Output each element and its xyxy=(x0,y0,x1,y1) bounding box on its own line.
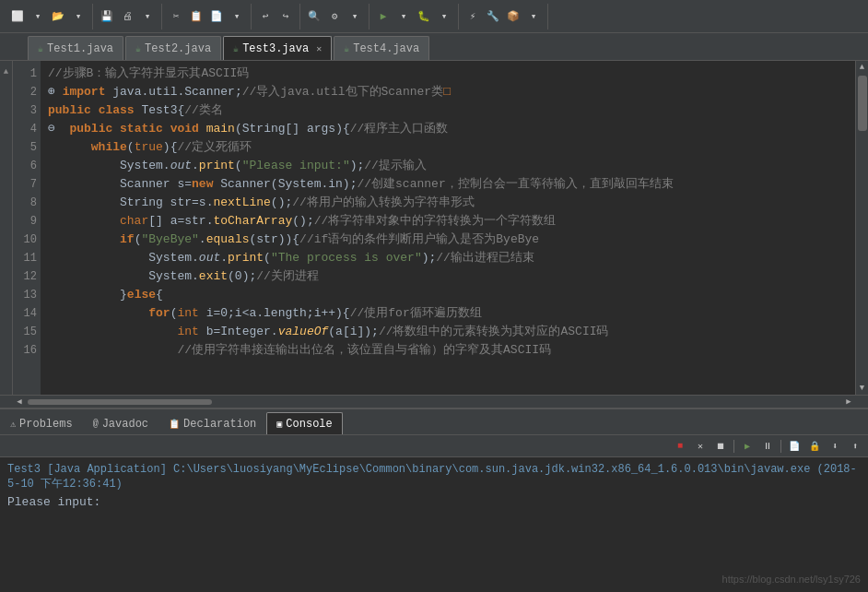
console-title: Test3 [Java Application] C:\Users\luosiy… xyxy=(7,463,857,491)
code-line-11: System.out.print("The process is over");… xyxy=(48,249,848,267)
tab-icon-test2: ☕ xyxy=(135,43,141,54)
tab-icon-test1: ☕ xyxy=(38,43,43,54)
toolbar-btn-save[interactable]: 💾 xyxy=(97,6,117,27)
toolbar-btn-undo[interactable]: ↩ xyxy=(255,6,276,27)
toolbar-btn-new[interactable]: ⬜ xyxy=(7,6,28,27)
bt-separator-2 xyxy=(780,440,781,453)
console-stop-btn[interactable]: ■ xyxy=(671,438,689,455)
console-close-btn[interactable]: ✕ xyxy=(691,438,710,455)
code-line-6: System.out.print("Please input:");//提示输入 xyxy=(48,157,848,175)
line-num-10: 10 xyxy=(13,231,37,249)
tab-label-test2: Test2.java xyxy=(145,42,211,55)
scroll-thumb[interactable] xyxy=(858,76,867,131)
toolbar-btn-arrow4[interactable]: ▾ xyxy=(227,6,247,27)
line-num-7: 7 xyxy=(13,175,37,194)
bottom-tab-label-console: Console xyxy=(286,418,332,431)
console-icon: ▣ xyxy=(276,419,282,430)
console-output-text: Please input: xyxy=(7,495,861,509)
code-line-10: if("ByeBye".equals(str)){//if语句的条件判断用户输入… xyxy=(48,231,848,249)
tab-label-test4: Test4.java xyxy=(353,42,419,55)
toolbar-btn-print[interactable]: 🖨 xyxy=(117,6,137,27)
line-num-16: 16 xyxy=(13,341,37,360)
bottom-tab-console[interactable]: ▣ Console xyxy=(266,412,342,434)
toolbar-btn-copy[interactable]: 📋 xyxy=(186,6,206,27)
line-num-12: 12 xyxy=(13,267,37,286)
bottom-panel: ⚠ Problems @ Javadoc 📋 Declaration ▣ Con… xyxy=(0,408,868,592)
bottom-tab-declaration[interactable]: 📋 Declaration xyxy=(158,412,266,434)
console-run-btn[interactable]: ▶ xyxy=(738,438,757,455)
console-title-bar: Test3 [Java Application] C:\Users\luosiy… xyxy=(7,463,861,491)
toolbar-btn-arrow6[interactable]: ▾ xyxy=(393,6,414,27)
javadoc-icon: @ xyxy=(93,419,99,429)
tab-test1[interactable]: ☕ Test1.java xyxy=(28,36,123,60)
toolbar-btn-misc3[interactable]: 📦 xyxy=(503,6,523,27)
console-scroll-up-btn[interactable]: ⬆ xyxy=(846,438,864,455)
bottom-tab-label-problems: Problems xyxy=(19,418,73,431)
toolbar-btn-arrow5[interactable]: ▾ xyxy=(345,6,365,27)
tab-icon-test4: ☕ xyxy=(344,43,349,54)
scroll-left-arrow[interactable]: ◀ xyxy=(13,396,26,408)
console-terminate-btn[interactable]: ⏹ xyxy=(711,438,730,455)
toolbar-btn-run[interactable]: ▶ xyxy=(373,6,393,27)
bottom-tab-problems[interactable]: ⚠ Problems xyxy=(0,412,83,434)
toolbar-btn-misc2[interactable]: 🔧 xyxy=(483,6,503,27)
toolbar-btn-redo[interactable]: ↪ xyxy=(276,6,296,27)
tab-close-test3[interactable]: ✕ xyxy=(316,43,322,54)
editor-wrapper: ▲ 1 2 3 4 5 6 7 8 9 10 11 12 13 14 15 16… xyxy=(0,61,868,395)
console-pause-btn[interactable]: ⏸ xyxy=(758,438,777,455)
tab-test3[interactable]: ☕ Test3.java ✕ xyxy=(223,36,332,60)
line-num-13: 13 xyxy=(13,286,37,304)
toolbar-btn-misc1[interactable]: ⚡ xyxy=(463,6,483,27)
horizontal-scrollbar[interactable]: ◀ ▶ xyxy=(0,395,868,408)
code-line-7: Scanner s=new Scanner(System.in);//创建sca… xyxy=(48,175,848,194)
line-num-8: 8 xyxy=(13,194,37,212)
tab-test4[interactable]: ☕ Test4.java xyxy=(334,36,429,60)
code-line-5: while(true){//定义死循环 xyxy=(48,138,848,157)
toolbar-group-file: ⬜ ▾ 📂 ▾ xyxy=(4,4,93,30)
toolbar-group-clipboard: ✂ 📋 📄 ▾ xyxy=(162,4,252,30)
vertical-scrollbar[interactable]: ▲ ▼ xyxy=(855,61,868,395)
line-numbers: 1 2 3 4 5 6 7 8 9 10 11 12 13 14 15 16 xyxy=(13,61,41,395)
toolbar-btn-arrow7[interactable]: ▾ xyxy=(434,6,454,27)
console-scroll-down-btn[interactable]: ⬇ xyxy=(826,438,844,455)
hscroll-thumb[interactable] xyxy=(28,399,212,405)
code-line-1: //步骤B：输入字符并显示其ASCII码 xyxy=(48,65,848,83)
hscroll-track[interactable] xyxy=(28,399,840,405)
toolbar-group-edit: 💾 🖨 ▾ xyxy=(93,4,162,30)
toolbar-btn-open[interactable]: 📂 xyxy=(48,6,68,27)
toolbar-btn-debug[interactable]: 🐛 xyxy=(414,6,434,27)
scroll-right-arrow[interactable]: ▶ xyxy=(842,396,855,408)
toolbar-btn-paste[interactable]: 📄 xyxy=(206,6,227,27)
toolbar-btn-arrow2[interactable]: ▾ xyxy=(68,6,88,27)
toolbar-btn-arrow3[interactable]: ▾ xyxy=(137,6,158,27)
toolbar-group-misc: ⚡ 🔧 📦 ▾ xyxy=(459,4,548,30)
code-line-3: public class Test3{//类名 xyxy=(48,101,848,120)
bottom-tab-javadoc[interactable]: @ Javadoc xyxy=(83,412,158,434)
code-line-2: ⊕ import java.util.Scanner;//导入java.util… xyxy=(48,83,848,101)
code-line-8: String str=s.nextLine();//将用户的输入转换为字符串形式 xyxy=(48,194,848,212)
toolbar-group-run: ▶ ▾ 🐛 ▾ xyxy=(369,4,459,30)
scroll-down-arrow[interactable]: ▼ xyxy=(856,382,869,395)
toolbar-btn-settings[interactable]: ⚙ xyxy=(324,6,345,27)
toolbar: ⬜ ▾ 📂 ▾ 💾 🖨 ▾ ✂ 📋 📄 ▾ ↩ ↪ 🔍 ⚙ ▾ ▶ ▾ 🐛 ▾ … xyxy=(0,0,868,33)
line-num-14: 14 xyxy=(13,304,37,323)
toolbar-btn-arrow[interactable]: ▾ xyxy=(28,6,48,27)
bt-separator-1 xyxy=(733,440,734,453)
console-copy-btn[interactable]: 📄 xyxy=(785,438,803,455)
tab-test2[interactable]: ☕ Test2.java xyxy=(125,36,221,60)
code-line-16: //使用字符串接连输出出位名，该位置自与省输）的字窄及其ASCII码 xyxy=(48,341,848,360)
code-editor[interactable]: //步骤B：输入字符并显示其ASCII码 ⊕ import java.util.… xyxy=(41,61,855,395)
console-lock-btn[interactable]: 🔒 xyxy=(805,438,824,455)
line-num-5: 5 xyxy=(13,138,37,157)
line-num-11: 11 xyxy=(13,249,37,267)
fold-indicator: ▲ xyxy=(1,63,12,81)
toolbar-btn-search[interactable]: 🔍 xyxy=(304,6,324,27)
toolbar-btn-cut[interactable]: ✂ xyxy=(166,6,186,27)
toolbar-btn-arrow8[interactable]: ▾ xyxy=(523,6,544,27)
scroll-up-arrow[interactable]: ▲ xyxy=(856,61,869,74)
bottom-tab-label-declaration: Declaration xyxy=(183,418,256,431)
toolbar-group-history: ↩ ↪ xyxy=(252,4,300,30)
line-num-9: 9 xyxy=(13,212,37,231)
console-output: Test3 [Java Application] C:\Users\luosiy… xyxy=(0,457,868,592)
editor-container: ▲ 1 2 3 4 5 6 7 8 9 10 11 12 13 14 15 16… xyxy=(0,61,868,408)
